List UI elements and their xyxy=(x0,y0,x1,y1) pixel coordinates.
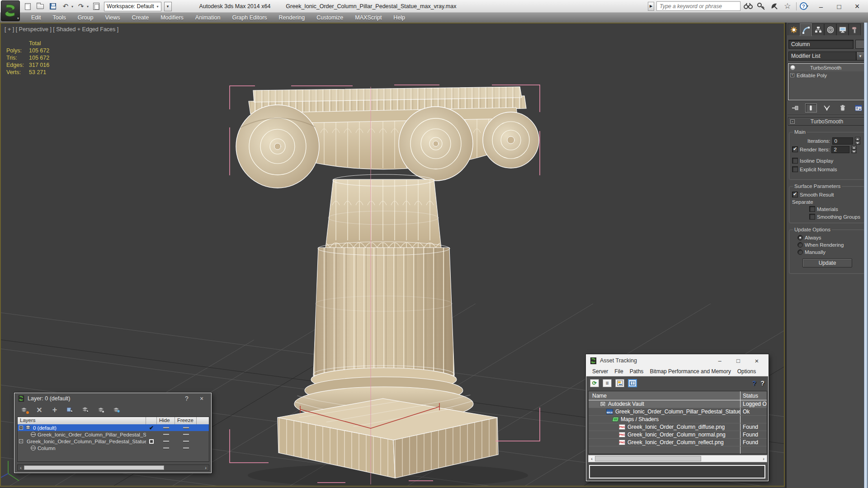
table-view-button[interactable] xyxy=(628,379,637,387)
help-globe-icon[interactable]: ? xyxy=(752,380,756,387)
name-column-header[interactable]: Name xyxy=(589,391,741,400)
menu-help[interactable]: Help xyxy=(387,14,411,21)
at-menu-file[interactable]: File xyxy=(611,368,626,375)
tab-modify[interactable] xyxy=(800,23,812,36)
select-highlighted-objects-button[interactable] xyxy=(65,406,75,414)
tab-hierarchy[interactable] xyxy=(812,23,824,35)
remove-modifier-button[interactable] xyxy=(837,103,849,113)
minimize-button[interactable]: – xyxy=(812,0,830,12)
refresh-button[interactable]: ⟳ xyxy=(590,379,599,387)
modifier-list-arrow[interactable]: ▼ xyxy=(856,52,864,61)
favorites-button[interactable]: ☆ xyxy=(782,1,793,11)
menu-tools[interactable]: Tools xyxy=(47,14,72,21)
report-view-button[interactable]: ≡ xyxy=(603,379,612,387)
menu-views[interactable]: Views xyxy=(99,14,126,21)
context-help-icon[interactable]: ? xyxy=(760,380,764,387)
new-scene-button[interactable] xyxy=(23,1,33,11)
at-menu-server[interactable]: Server xyxy=(589,368,611,375)
menu-edit[interactable]: Edit xyxy=(25,14,47,21)
subscription-button[interactable] xyxy=(756,1,767,11)
object-name-field[interactable]: Column xyxy=(788,40,854,49)
at-minimize-button[interactable]: – xyxy=(712,357,727,364)
at-close-button[interactable]: × xyxy=(749,357,764,365)
create-new-layer-button[interactable] xyxy=(19,406,29,414)
menu-animation[interactable]: Animation xyxy=(189,14,226,21)
turbosmooth-rollout-header[interactable]: - TurboSmooth xyxy=(788,117,866,126)
freeze-column-header[interactable]: Freeze xyxy=(175,417,197,424)
asset-row-maps-shaders[interactable]: Maps / Shaders xyxy=(589,416,767,423)
modifier-list-dropdown[interactable]: Modifier List ▼ xyxy=(788,52,864,61)
workspace-selector[interactable]: Workspace: Default ▾ xyxy=(104,2,161,11)
hide-toggle[interactable] xyxy=(163,427,169,428)
tab-utilities[interactable] xyxy=(849,23,861,35)
explicit-normals-checkbox[interactable] xyxy=(792,166,798,172)
infocenter-expand-button[interactable]: ▶ xyxy=(648,2,654,11)
make-unique-button[interactable] xyxy=(821,103,833,113)
undo-dropdown-caret[interactable]: ▾ xyxy=(71,5,73,9)
layer-row-default[interactable]: - 0 (default) ✔ xyxy=(18,424,209,431)
freeze-toggle[interactable] xyxy=(183,434,189,435)
toolbar-flyout-button[interactable]: ▾ xyxy=(164,2,172,11)
when-rendering-radio[interactable] xyxy=(797,242,803,248)
modifier-enabled-bulb-icon[interactable] xyxy=(790,65,795,70)
freeze-layer-button[interactable] xyxy=(111,406,121,414)
tab-display[interactable] xyxy=(836,23,849,35)
manually-radio[interactable] xyxy=(797,249,803,255)
application-menu-button[interactable]: ▾ xyxy=(1,0,20,21)
layers-column-header[interactable]: Layers xyxy=(18,417,146,424)
scroll-right-arrow[interactable]: › xyxy=(760,456,767,461)
asset-status-box[interactable] xyxy=(589,465,765,479)
asset-row-maxfile[interactable]: MAXGreek_Ionic_Order_Column_Pillar_Pedes… xyxy=(589,408,767,416)
render-iters-value-field[interactable]: 2 xyxy=(831,146,849,153)
at-menu-paths[interactable]: Paths xyxy=(627,368,647,375)
asset-horizontal-scrollbar[interactable]: ‹ › xyxy=(588,455,767,462)
tab-motion[interactable] xyxy=(824,23,836,35)
menu-graph-editors[interactable]: Graph Editors xyxy=(226,14,273,21)
freeze-toggle[interactable] xyxy=(183,427,189,428)
command-panel-scrollbar[interactable] xyxy=(864,23,868,488)
menu-group[interactable]: Group xyxy=(72,14,99,21)
collapse-minus-icon[interactable]: - xyxy=(19,426,23,430)
redo-dropdown-caret[interactable]: ▾ xyxy=(87,5,89,9)
help-button[interactable]: ? ▾ xyxy=(800,2,808,10)
redo-button[interactable]: ↷ xyxy=(76,1,86,11)
update-button[interactable]: Update xyxy=(802,258,852,267)
iterations-value-field[interactable]: 0 xyxy=(832,137,853,145)
scroll-thumb[interactable] xyxy=(595,456,701,461)
render-iters-checkbox[interactable] xyxy=(792,146,798,152)
layer-help-button[interactable]: ? xyxy=(181,395,193,402)
hide-toggle[interactable] xyxy=(163,441,169,442)
save-file-button[interactable] xyxy=(48,1,58,11)
asset-row-vault[interactable]: Autodesk Vault Logged Ou xyxy=(589,400,767,408)
smooth-result-checkbox[interactable] xyxy=(792,192,798,197)
menu-maxscript[interactable]: MAXScript xyxy=(349,14,387,21)
configure-modifier-sets-button[interactable] xyxy=(853,103,864,113)
materials-checkbox[interactable] xyxy=(809,206,815,212)
rollout-collapse-icon[interactable]: - xyxy=(790,119,795,124)
layer-row-object-column[interactable]: Column xyxy=(18,445,209,451)
at-menu-bitmap-performance[interactable]: Bitmap Performance and Memory xyxy=(646,368,734,375)
hide-column-header[interactable]: Hide xyxy=(157,417,175,424)
scroll-thumb[interactable] xyxy=(24,465,164,470)
viewport-label[interactable]: [ + ] [ Perspective ] [ Shaded + Edged F… xyxy=(5,26,118,33)
hide-toggle[interactable] xyxy=(163,447,169,449)
layer-row-object-statue[interactable]: Greek_Ionic_Order_Column_Pillar_Pedestal… xyxy=(18,431,209,438)
add-selection-to-layer-button[interactable]: + xyxy=(50,406,60,414)
render-iters-spinner[interactable] xyxy=(851,145,857,153)
layer-horizontal-scrollbar[interactable]: ‹ › xyxy=(17,465,209,471)
asset-row-normal[interactable]: PNGGreek_Ionic_Order_Column_normal.png F… xyxy=(589,431,767,439)
open-file-button[interactable] xyxy=(35,1,45,11)
search-input[interactable] xyxy=(656,1,741,11)
search-button[interactable] xyxy=(743,1,754,11)
expand-plus-icon[interactable]: + xyxy=(790,73,794,77)
highlight-selected-objects-layers-button[interactable] xyxy=(80,406,90,414)
undo-button[interactable]: ↶ xyxy=(61,1,71,11)
smoothing-groups-checkbox[interactable] xyxy=(809,214,815,220)
pin-stack-button[interactable] xyxy=(789,103,801,113)
status-column-header[interactable]: Status xyxy=(741,393,767,399)
scroll-right-arrow[interactable]: › xyxy=(203,465,209,470)
asset-row-reflect[interactable]: PNGGreek_Ionic_Order_Column_reflect.png … xyxy=(589,439,767,446)
close-button[interactable]: × xyxy=(848,0,866,12)
stack-item-editable-poly[interactable]: + Editable Poly xyxy=(788,71,864,79)
isoline-display-checkbox[interactable] xyxy=(792,158,798,164)
